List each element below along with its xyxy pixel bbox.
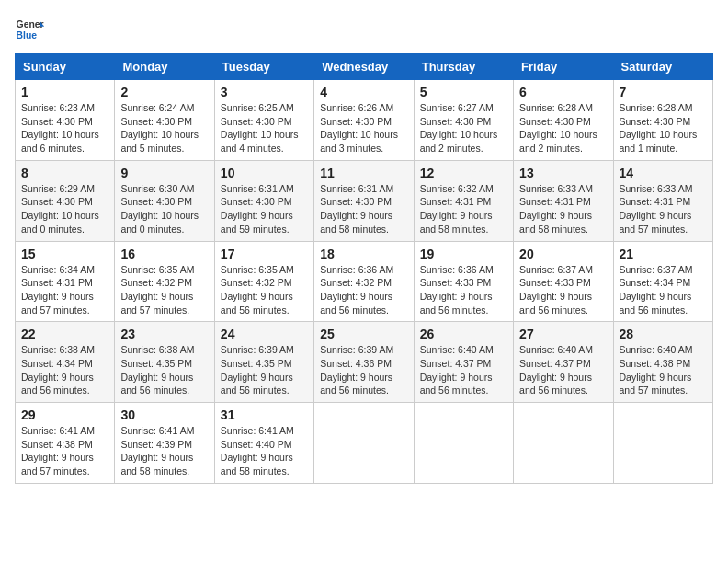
day-number: 1 (21, 85, 108, 99)
day-info: Sunrise: 6:25 AMSunset: 4:30 PMDaylight:… (221, 101, 308, 155)
day-number: 3 (221, 85, 308, 99)
weekday-header-row: SundayMondayTuesdayWednesdayThursdayFrid… (16, 54, 713, 80)
week-row-1: 1Sunrise: 6:23 AMSunset: 4:30 PMDaylight… (16, 80, 713, 161)
calendar-table: SundayMondayTuesdayWednesdayThursdayFrid… (15, 53, 713, 484)
day-number: 20 (519, 247, 607, 261)
day-info: Sunrise: 6:41 AMSunset: 4:40 PMDaylight:… (221, 424, 308, 478)
day-number: 7 (620, 85, 707, 99)
day-cell: 4Sunrise: 6:26 AMSunset: 4:30 PMDaylight… (314, 80, 414, 161)
day-cell: 11Sunrise: 6:31 AMSunset: 4:30 PMDayligh… (314, 160, 414, 241)
day-number: 6 (519, 85, 607, 99)
weekday-header-wednesday: Wednesday (314, 54, 414, 80)
day-number: 29 (21, 408, 108, 422)
day-info: Sunrise: 6:34 AMSunset: 4:31 PMDaylight:… (21, 263, 108, 317)
day-number: 17 (221, 247, 308, 261)
weekday-header-sunday: Sunday (16, 54, 115, 80)
day-cell: 5Sunrise: 6:27 AMSunset: 4:30 PMDaylight… (414, 80, 513, 161)
weekday-header-thursday: Thursday (414, 54, 513, 80)
page-header: General Blue (15, 15, 713, 44)
day-number: 25 (320, 327, 407, 341)
day-cell: 22Sunrise: 6:38 AMSunset: 4:34 PMDayligh… (16, 322, 115, 403)
day-info: Sunrise: 6:35 AMSunset: 4:32 PMDaylight:… (221, 263, 308, 317)
day-info: Sunrise: 6:38 AMSunset: 4:35 PMDaylight:… (120, 343, 208, 397)
day-cell: 19Sunrise: 6:36 AMSunset: 4:33 PMDayligh… (414, 241, 513, 322)
day-cell: 2Sunrise: 6:24 AMSunset: 4:30 PMDaylight… (115, 80, 214, 161)
day-number: 22 (21, 327, 108, 341)
day-number: 2 (120, 85, 208, 99)
day-cell (314, 403, 414, 484)
day-info: Sunrise: 6:31 AMSunset: 4:30 PMDaylight:… (221, 182, 308, 236)
day-info: Sunrise: 6:40 AMSunset: 4:37 PMDaylight:… (420, 343, 507, 397)
day-cell: 13Sunrise: 6:33 AMSunset: 4:31 PMDayligh… (514, 160, 613, 241)
day-number: 12 (420, 166, 507, 180)
day-cell: 16Sunrise: 6:35 AMSunset: 4:32 PMDayligh… (115, 241, 214, 322)
day-number: 4 (320, 85, 407, 99)
day-cell: 1Sunrise: 6:23 AMSunset: 4:30 PMDaylight… (16, 80, 115, 161)
weekday-header-monday: Monday (115, 54, 214, 80)
day-cell: 26Sunrise: 6:40 AMSunset: 4:37 PMDayligh… (414, 322, 513, 403)
day-cell: 27Sunrise: 6:40 AMSunset: 4:37 PMDayligh… (514, 322, 613, 403)
day-number: 28 (620, 327, 707, 341)
day-info: Sunrise: 6:37 AMSunset: 4:34 PMDaylight:… (620, 263, 707, 317)
weekday-header-saturday: Saturday (613, 54, 712, 80)
day-cell: 25Sunrise: 6:39 AMSunset: 4:36 PMDayligh… (314, 322, 414, 403)
day-number: 9 (120, 166, 208, 180)
day-cell: 10Sunrise: 6:31 AMSunset: 4:30 PMDayligh… (214, 160, 313, 241)
day-number: 24 (221, 327, 308, 341)
day-number: 23 (120, 327, 208, 341)
day-number: 5 (420, 85, 507, 99)
day-info: Sunrise: 6:39 AMSunset: 4:35 PMDaylight:… (221, 343, 308, 397)
day-info: Sunrise: 6:41 AMSunset: 4:39 PMDaylight:… (120, 424, 208, 478)
day-cell: 24Sunrise: 6:39 AMSunset: 4:35 PMDayligh… (214, 322, 313, 403)
day-cell (514, 403, 613, 484)
day-info: Sunrise: 6:26 AMSunset: 4:30 PMDaylight:… (320, 101, 407, 155)
day-info: Sunrise: 6:33 AMSunset: 4:31 PMDaylight:… (519, 182, 607, 236)
day-cell: 8Sunrise: 6:29 AMSunset: 4:30 PMDaylight… (16, 160, 115, 241)
day-info: Sunrise: 6:31 AMSunset: 4:30 PMDaylight:… (320, 182, 407, 236)
day-info: Sunrise: 6:23 AMSunset: 4:30 PMDaylight:… (21, 101, 108, 155)
week-row-4: 22Sunrise: 6:38 AMSunset: 4:34 PMDayligh… (16, 322, 713, 403)
day-info: Sunrise: 6:37 AMSunset: 4:33 PMDaylight:… (519, 263, 607, 317)
day-cell: 3Sunrise: 6:25 AMSunset: 4:30 PMDaylight… (214, 80, 313, 161)
day-info: Sunrise: 6:32 AMSunset: 4:31 PMDaylight:… (420, 182, 507, 236)
day-cell: 29Sunrise: 6:41 AMSunset: 4:38 PMDayligh… (16, 403, 115, 484)
day-number: 15 (21, 247, 108, 261)
day-cell (613, 403, 712, 484)
day-cell: 15Sunrise: 6:34 AMSunset: 4:31 PMDayligh… (16, 241, 115, 322)
weekday-header-friday: Friday (514, 54, 613, 80)
day-number: 16 (120, 247, 208, 261)
day-number: 18 (320, 247, 407, 261)
week-row-2: 8Sunrise: 6:29 AMSunset: 4:30 PMDaylight… (16, 160, 713, 241)
day-info: Sunrise: 6:41 AMSunset: 4:38 PMDaylight:… (21, 424, 108, 478)
day-info: Sunrise: 6:40 AMSunset: 4:38 PMDaylight:… (620, 343, 707, 397)
day-info: Sunrise: 6:40 AMSunset: 4:37 PMDaylight:… (519, 343, 607, 397)
day-number: 31 (221, 408, 308, 422)
day-info: Sunrise: 6:27 AMSunset: 4:30 PMDaylight:… (420, 101, 507, 155)
day-number: 14 (620, 166, 707, 180)
day-info: Sunrise: 6:28 AMSunset: 4:30 PMDaylight:… (519, 101, 607, 155)
day-info: Sunrise: 6:24 AMSunset: 4:30 PMDaylight:… (120, 101, 208, 155)
day-number: 11 (320, 166, 407, 180)
day-number: 10 (221, 166, 308, 180)
week-row-3: 15Sunrise: 6:34 AMSunset: 4:31 PMDayligh… (16, 241, 713, 322)
day-number: 19 (420, 247, 507, 261)
day-number: 26 (420, 327, 507, 341)
day-cell: 30Sunrise: 6:41 AMSunset: 4:39 PMDayligh… (115, 403, 214, 484)
day-number: 21 (620, 247, 707, 261)
day-cell: 14Sunrise: 6:33 AMSunset: 4:31 PMDayligh… (613, 160, 712, 241)
day-cell: 21Sunrise: 6:37 AMSunset: 4:34 PMDayligh… (613, 241, 712, 322)
day-info: Sunrise: 6:36 AMSunset: 4:32 PMDaylight:… (320, 263, 407, 317)
logo-icon: General Blue (15, 15, 44, 44)
day-info: Sunrise: 6:33 AMSunset: 4:31 PMDaylight:… (620, 182, 707, 236)
day-cell: 17Sunrise: 6:35 AMSunset: 4:32 PMDayligh… (214, 241, 313, 322)
day-number: 13 (519, 166, 607, 180)
day-cell: 12Sunrise: 6:32 AMSunset: 4:31 PMDayligh… (414, 160, 513, 241)
day-cell (414, 403, 513, 484)
day-info: Sunrise: 6:28 AMSunset: 4:30 PMDaylight:… (620, 101, 707, 155)
day-info: Sunrise: 6:30 AMSunset: 4:30 PMDaylight:… (120, 182, 208, 236)
day-info: Sunrise: 6:36 AMSunset: 4:33 PMDaylight:… (420, 263, 507, 317)
day-info: Sunrise: 6:35 AMSunset: 4:32 PMDaylight:… (120, 263, 208, 317)
svg-text:Blue: Blue (17, 30, 38, 40)
day-cell: 28Sunrise: 6:40 AMSunset: 4:38 PMDayligh… (613, 322, 712, 403)
day-cell: 18Sunrise: 6:36 AMSunset: 4:32 PMDayligh… (314, 241, 414, 322)
